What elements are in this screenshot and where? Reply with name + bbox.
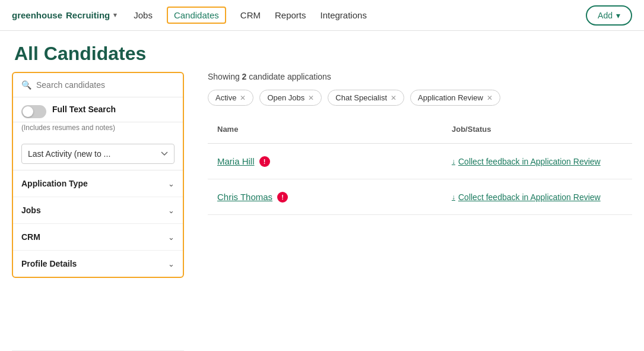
chevron-down-icon: ⌄ [168,233,175,242]
nav-jobs[interactable]: Jobs [134,7,153,24]
chevron-down-icon: ⌄ [168,179,175,188]
main-layout: 🔍 Full Text Search (Includes resumes and… [0,72,644,350]
alert-icon: ! [277,192,288,203]
table-row: Chris Thomas ! ↓ Collect feedback in App… [208,179,632,215]
filter-profile-details[interactable]: Profile Details ⌄ [13,251,183,277]
filter-application-type[interactable]: Application Type ⌄ [13,170,183,197]
filter-tags: Active ✕ Open Jobs ✕ Chat Specialist ✕ A… [208,90,632,106]
remove-chat-specialist-filter-icon[interactable]: ✕ [391,94,396,102]
candidate-name-cell: Maria Hill ! [208,147,442,176]
nav-candidates[interactable]: Candidates [167,7,226,24]
add-chevron-icon: ▾ [616,11,620,20]
candidate-maria-hill-link[interactable]: Maria Hill [217,156,255,166]
search-input[interactable] [36,80,175,90]
col-status-header: Job/Status [442,120,632,138]
remove-application-review-filter-icon[interactable]: ✕ [487,94,493,102]
page-title: All Candidates [14,43,630,65]
candidate-chris-thomas-link[interactable]: Chris Thomas [217,192,272,202]
full-text-sub: (Includes resumes and notes) [13,122,183,138]
filter-jobs[interactable]: Jobs ⌄ [13,197,183,224]
full-text-label: Full Text Search [52,105,116,114]
chevron-down-icon: ⌄ [168,206,175,215]
arrow-down-icon: ↓ [452,157,455,166]
remove-active-filter-icon[interactable]: ✕ [240,94,246,102]
top-nav: greenhouse Recruiting ▾ Jobs Candidates … [0,0,644,31]
page-title-section: All Candidates [0,31,644,72]
logo-chevron-icon: ▾ [113,11,117,19]
candidates-table: Name Job/Status Maria Hill ! ↓ Collect f… [208,115,632,215]
sort-select[interactable]: Last Activity (new to ... [21,144,175,164]
col-name-header: Name [208,120,442,138]
search-box: 🔍 [13,73,183,97]
remove-open-jobs-filter-icon[interactable]: ✕ [308,94,314,102]
nav-crm[interactable]: CRM [240,7,261,24]
nav-reports[interactable]: Reports [275,7,306,24]
collect-feedback-link-chris[interactable]: ↓ Collect feedback in Application Review [452,192,623,202]
logo-greenhouse: greenhouse [12,10,62,20]
results-area: Showing 2 candidate applications Active … [196,72,644,350]
table-header: Name Job/Status [208,115,632,144]
logo: greenhouse Recruiting ▾ [12,10,117,20]
add-button[interactable]: Add ▾ [586,5,632,26]
chevron-down-icon: ⌄ [168,260,175,268]
filter-tag-application-review[interactable]: Application Review ✕ [410,90,500,106]
candidate-name-cell: Chris Thomas ! [208,182,442,212]
filter-tag-open-jobs[interactable]: Open Jobs ✕ [259,90,322,106]
toggle-thumb [23,106,33,117]
sort-row: Last Activity (new to ... [13,138,183,170]
collect-feedback-link-maria[interactable]: ↓ Collect feedback in Application Review [452,157,623,166]
arrow-down-icon: ↓ [452,193,455,201]
nav-links: Jobs Candidates CRM Reports Integrations [134,7,586,24]
logo-recruiting: Recruiting [66,10,110,20]
search-icon: 🔍 [21,80,31,90]
job-status-cell: ↓ Collect feedback in Application Review [442,147,632,176]
sidebar: 🔍 Full Text Search (Includes resumes and… [12,72,184,278]
results-header: Showing 2 candidate applications [208,72,632,81]
filter-tag-active[interactable]: Active ✕ [208,90,253,106]
table-row: Maria Hill ! ↓ Collect feedback in Appli… [208,144,632,179]
alert-icon: ! [259,156,270,167]
nav-integrations[interactable]: Integrations [321,7,367,24]
job-status-cell: ↓ Collect feedback in Application Review [442,183,632,211]
full-text-toggle[interactable] [21,105,46,118]
filter-crm[interactable]: CRM ⌄ [13,224,183,251]
full-text-toggle-row: Full Text Search [13,97,183,122]
filter-tag-chat-specialist[interactable]: Chat Specialist ✕ [328,90,404,106]
